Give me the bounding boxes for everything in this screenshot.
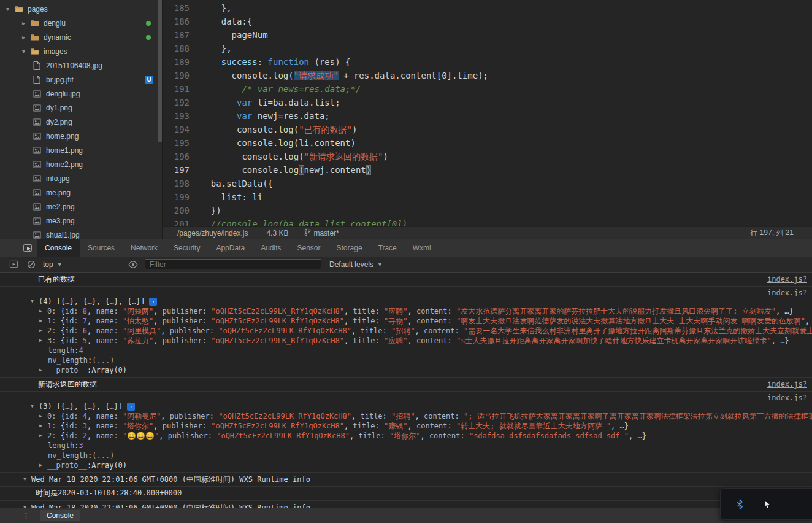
tab-audits[interactable]: Audits [253, 239, 289, 257]
tab-sensor[interactable]: Sensor [289, 239, 329, 257]
console-text: , [344, 317, 353, 325]
chevron-right-icon[interactable]: ▸ [22, 34, 31, 41]
tab-storage[interactable]: Storage [329, 239, 370, 257]
console-text: , [161, 412, 169, 420]
console-text: name: [96, 327, 123, 335]
tree-item-images[interactable]: ▾images [0, 44, 162, 58]
tree-item-dynamic[interactable]: ▸dynamic [0, 30, 162, 44]
source-link[interactable]: index.js? [767, 274, 807, 284]
console-text: , [87, 412, 96, 420]
upper-workspace: ▾pages▸denglu▸dynamic▾images20151106408.… [0, 0, 812, 239]
expand-arrow-icon[interactable]: ▶ [39, 326, 47, 336]
tree-item-me.png[interactable]: me.png [0, 185, 162, 200]
expand-arrow-icon[interactable]: ▶ [39, 460, 47, 470]
expand-arrow-icon[interactable]: ▶ [39, 316, 47, 326]
inspect-element-icon[interactable] [18, 239, 37, 257]
file-label: dy2.png [46, 118, 72, 126]
collapse-arrow-icon[interactable]: ▼ [31, 401, 39, 411]
source-link[interactable]: index.js? [767, 379, 807, 389]
tab-sources[interactable]: Sources [80, 239, 123, 257]
tree-item-dy1.png[interactable]: dy1.png [0, 101, 162, 115]
clear-console-icon[interactable] [25, 258, 37, 271]
code-editor[interactable]: 1851861871881891901911921931941951961971… [163, 0, 812, 226]
expand-arrow-icon[interactable]: ▶ [39, 306, 47, 316]
bluetooth-button[interactable] [729, 494, 750, 514]
tree-item-shuai1.jpg[interactable]: shuai1.jpg [0, 228, 162, 239]
console-filter-input[interactable] [145, 259, 321, 269]
info-icon[interactable]: i [149, 298, 157, 306]
collapse-arrow-icon[interactable]: ▼ [23, 475, 31, 484]
tree-item-info.jpg[interactable]: info.jpg [0, 171, 162, 185]
tab-network[interactable]: Network [123, 239, 166, 257]
code-token: }, [201, 3, 232, 13]
console-text: id: [65, 432, 83, 440]
expand-arrow-icon[interactable]: ▶ [39, 411, 47, 421]
file-label: me3.png [46, 217, 75, 225]
tab-appdata[interactable]: AppData [208, 239, 253, 257]
tree-item-me3.png[interactable]: me3.png [0, 214, 162, 228]
collapse-arrow-icon[interactable]: ▼ [31, 296, 39, 306]
console-text: "塔你尔" [123, 422, 153, 430]
console-row: length: 4 [0, 346, 812, 355]
code-line: }, [201, 1, 812, 15]
tree-item-br.jpg.jfif[interactable]: br.jpg.jfifU [0, 72, 162, 87]
tab-trace[interactable]: Trace [370, 239, 405, 257]
console-row: ▼Wed Mar 18 2020 22:01:06 GMT+0800 (中国标准… [0, 503, 812, 508]
chevron-right-icon[interactable]: ▸ [22, 20, 31, 26]
console-text: "招聘" [391, 327, 415, 335]
console-text: , [153, 307, 162, 316]
tree-item-denglu[interactable]: ▸denglu [0, 16, 162, 30]
tree-item-dy2.png[interactable]: dy2.png [0, 115, 162, 129]
expand-arrow-icon[interactable]: ▶ [39, 336, 47, 346]
collapse-arrow-icon[interactable]: ▼ [23, 503, 31, 508]
tree-item-home1.png[interactable]: home1.png [0, 143, 162, 157]
console-drawer-button[interactable]: Console [40, 510, 80, 521]
tree-item-home.png[interactable]: home.png [0, 129, 162, 143]
file-label: images [44, 47, 67, 56]
console-text: , [87, 317, 96, 325]
source-link[interactable]: index.js? [767, 289, 807, 296]
git-modified-dot [146, 35, 151, 40]
tree-item-denglu.jpg[interactable]: denglu.jpg [0, 87, 162, 101]
tree-item-20151106408.jpg[interactable]: 20151106408.jpg [0, 58, 162, 72]
context-selector[interactable]: top ▼ [43, 260, 121, 269]
code-token: var [237, 98, 252, 107]
expand-arrow-icon[interactable]: ▶ [39, 365, 47, 375]
info-icon[interactable]: i [127, 403, 135, 411]
log-level-selector[interactable]: Default levels ▼ [329, 260, 383, 269]
console-text: name: [96, 317, 123, 325]
file-label: pages [28, 5, 48, 14]
more-options-icon[interactable]: ⋮ [22, 511, 30, 521]
expand-arrow-icon[interactable]: ▶ [39, 421, 47, 431]
console-text: , [87, 327, 96, 335]
file-label: home1.png [46, 146, 83, 155]
sidebar-scrollbar[interactable] [158, 0, 162, 142]
file-tree: ▾pages▸denglu▸dynamic▾images20151106408.… [0, 0, 162, 239]
expand-arrow-icon[interactable]: ▶ [39, 431, 47, 441]
console-text: , [159, 432, 167, 440]
object-preview: 1: {id: 7, name: "怕太憨", publisher: "oQHZ… [47, 316, 812, 326]
console-text: nv_length [48, 451, 88, 460]
editor-column: 1851861871881891901911921931941951961971… [163, 0, 812, 239]
console-text: "oQHZt5cEz2cL99LK_RfY1qOzKcH8" [211, 307, 344, 316]
tree-item-pages[interactable]: ▾pages [0, 2, 162, 16]
eye-icon[interactable] [127, 258, 139, 271]
source-link[interactable]: index.js? [767, 393, 807, 401]
tree-item-me2.png[interactable]: me2.png [0, 200, 162, 214]
console-text: publisher: [168, 432, 216, 440]
tab-console[interactable]: Console [37, 239, 80, 257]
chevron-down-icon[interactable]: ▾ [6, 6, 15, 12]
dock-side-icon[interactable] [7, 258, 20, 271]
tab-wxml[interactable]: Wxml [405, 239, 439, 257]
code-token: newj=res.data; [252, 111, 329, 121]
file-label: me2.png [46, 203, 75, 211]
git-branch[interactable]: master* [304, 228, 339, 238]
console-text: title: [360, 327, 391, 335]
tree-item-home2.png[interactable]: home2.png [0, 157, 162, 171]
console-text: , [87, 432, 96, 440]
tab-security[interactable]: Security [166, 239, 208, 257]
file-label: denglu.jpg [46, 90, 80, 98]
chevron-down-icon[interactable]: ▾ [22, 48, 31, 55]
image-file-icon [33, 147, 45, 154]
pointer-button[interactable] [756, 494, 777, 514]
